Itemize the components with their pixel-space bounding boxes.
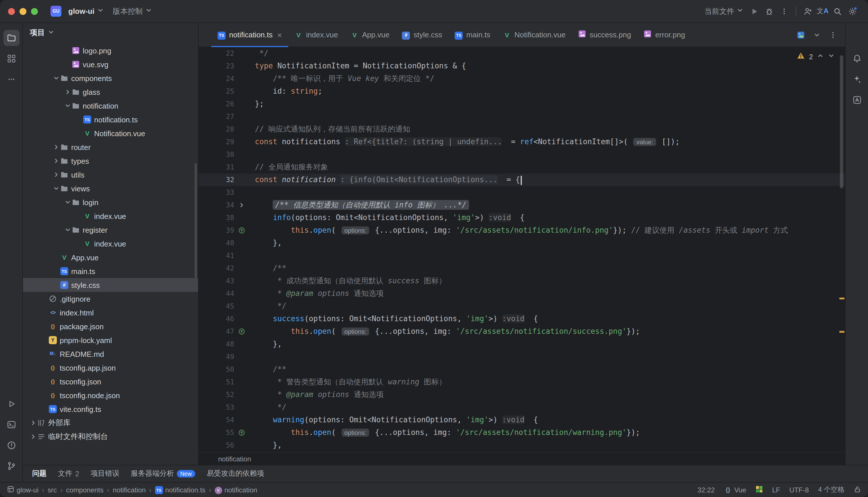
breadcrumb-item[interactable]: components <box>66 486 104 494</box>
code-line[interactable]: 47 this.open( options: {...options, img:… <box>198 325 845 338</box>
chevron-right-icon[interactable] <box>29 433 37 440</box>
status-widget[interactable]: 4 个空格 <box>818 485 844 495</box>
notifications-bell-icon[interactable] <box>849 51 865 67</box>
editor-breadcrumbs[interactable]: notification <box>198 452 845 465</box>
chevron-right-icon[interactable] <box>52 144 60 151</box>
code-line[interactable]: 24 /** 唯一标识，用于 Vue key 和关闭定位 */ <box>198 72 845 85</box>
code-line[interactable]: 46 success(options: Omit<NotificationOpt… <box>198 313 845 325</box>
ai-assistant-icon[interactable] <box>849 71 865 87</box>
code-line[interactable]: 50 /** <box>198 363 845 376</box>
project-panel-header[interactable]: 项目 <box>23 23 198 43</box>
code-line[interactable]: 25 id: string; <box>198 85 845 98</box>
more-vertical-icon[interactable] <box>825 27 840 42</box>
fold-icon[interactable] <box>234 199 249 211</box>
code-line[interactable]: 53 */ <box>198 401 845 414</box>
structure-icon[interactable] <box>3 51 19 67</box>
code-line[interactable]: 33 <box>198 186 845 199</box>
translation-panel-icon[interactable] <box>849 92 865 108</box>
code-line[interactable]: 22 */ <box>198 47 845 60</box>
tree-item[interactable]: VNotification.vue <box>23 126 198 140</box>
minimize-window-button[interactable] <box>19 8 26 15</box>
code-line[interactable]: 54 warning(options: Omit<NotificationOpt… <box>198 414 845 426</box>
run-configuration-selector[interactable]: 当前文件 <box>702 4 746 18</box>
status-widget[interactable]: LF <box>772 486 780 494</box>
tree-item[interactable]: router <box>23 140 198 154</box>
tree-item[interactable]: TSnotification.ts <box>23 113 198 126</box>
chevron-down-icon[interactable] <box>63 199 72 206</box>
code-line[interactable]: 26}; <box>198 98 845 110</box>
translate-icon[interactable]: 文A <box>815 4 830 19</box>
editor-tab[interactable]: VApp.vue <box>344 23 396 46</box>
image-preview-icon[interactable] <box>793 27 808 42</box>
zoom-window-button[interactable] <box>31 8 38 15</box>
project-widget[interactable]: glow-ui <box>66 5 106 17</box>
code-line[interactable]: 29const notifications : Ref<{title?: (st… <box>198 136 845 148</box>
problems-tab[interactable]: 服务器端分析New <box>131 469 195 479</box>
tree-item[interactable]: logo.png <box>23 44 198 57</box>
tree-item[interactable]: login <box>23 195 198 209</box>
tree-item[interactable]: components <box>23 71 198 85</box>
method-marker-icon[interactable] <box>234 224 249 237</box>
chevron-down-icon[interactable] <box>52 75 60 82</box>
project-icon[interactable] <box>3 30 19 46</box>
breadcrumb-item[interactable]: TSnotification.ts <box>155 485 206 494</box>
code-line[interactable]: 38 info(options: Omit<NotificationOption… <box>198 211 845 224</box>
chevron-right-icon[interactable] <box>52 157 60 164</box>
prev-problem-icon[interactable] <box>817 52 824 61</box>
breadcrumb-item[interactable]: notification <box>113 486 146 494</box>
chevron-right-icon[interactable] <box>63 88 72 95</box>
code-line[interactable]: 56 }, <box>198 439 845 452</box>
editor-body[interactable]: 22 */23type NotificationItem = Notificat… <box>198 47 845 452</box>
tree-item[interactable]: utils <box>23 168 198 182</box>
editor-tab[interactable]: TSmain.ts <box>448 23 497 46</box>
editor-tab[interactable]: TSnotification.ts× <box>211 23 288 46</box>
editor-scrollbar[interactable] <box>840 55 843 188</box>
method-marker-icon[interactable] <box>234 325 249 338</box>
tree-item[interactable]: notification <box>23 99 198 113</box>
editor-tab[interactable]: success.png <box>572 23 637 46</box>
project-tree-scrollbar[interactable] <box>195 163 197 278</box>
tree-item[interactable]: M↓README.md <box>23 347 198 361</box>
code-line[interactable]: 43 * 成功类型通知（自动使用默认 success 图标） <box>198 275 845 287</box>
problems-tab[interactable]: 文件2 <box>58 469 79 479</box>
code-line[interactable]: 32const notification : {info(Omit<Notifi… <box>198 173 845 186</box>
problems-title[interactable]: 问题 <box>32 469 46 479</box>
editor-tab[interactable]: VNotification.vue <box>497 23 572 46</box>
method-marker-icon[interactable] <box>234 426 249 439</box>
vcs-widget[interactable]: 版本控制 <box>111 4 154 18</box>
more-vertical-icon[interactable] <box>777 4 792 19</box>
code-line[interactable]: 27 <box>198 110 845 123</box>
tree-item[interactable]: TSvite.config.ts <box>23 402 198 416</box>
close-window-button[interactable] <box>8 8 15 15</box>
add-user-icon[interactable] <box>800 4 815 19</box>
tree-item[interactable]: 外部库 <box>23 416 198 430</box>
status-widget[interactable]: UTF-8 <box>789 486 809 494</box>
breadcrumb-item[interactable]: src <box>48 486 57 494</box>
more-horizontal-icon[interactable] <box>3 71 19 87</box>
tree-item[interactable]: types <box>23 154 198 168</box>
status-widget[interactable] <box>755 485 763 494</box>
code-line[interactable]: 51 * 警告类型通知（自动使用默认 warning 图标） <box>198 376 845 388</box>
tree-item[interactable]: vue.svg <box>23 57 198 71</box>
run-circle-icon[interactable] <box>3 396 19 412</box>
problems-tab[interactable]: 易受攻击的依赖项 <box>207 469 264 479</box>
code-line[interactable]: 45 */ <box>198 300 845 313</box>
tree-item[interactable]: {}tsconfig.node.json <box>23 388 198 402</box>
problems-icon[interactable] <box>3 437 19 453</box>
tree-item[interactable]: #style.css <box>23 278 198 292</box>
code-line[interactable]: 23type NotificationItem = NotificationOp… <box>198 60 845 72</box>
chevron-down-icon[interactable] <box>48 28 55 37</box>
close-tab-icon[interactable]: × <box>277 31 282 39</box>
tree-item[interactable]: TSmain.ts <box>23 264 198 278</box>
tree-item[interactable]: Vindex.vue <box>23 209 198 223</box>
warning-stripe-mark[interactable] <box>839 298 844 299</box>
code-line[interactable]: 40 }, <box>198 237 845 250</box>
tree-item[interactable]: 临时文件和控制台 <box>23 430 198 443</box>
status-widget[interactable]: 32:22 <box>697 486 715 494</box>
tree-item[interactable]: views <box>23 182 198 195</box>
code-line[interactable]: 28// 响应式通知队列，存储当前所有活跃的通知 <box>198 123 845 136</box>
editor-tab[interactable]: Vindex.vue <box>288 23 344 46</box>
tree-item[interactable]: {}package.json <box>23 320 198 333</box>
code-line[interactable]: 55 this.open( options: {...options, img:… <box>198 426 845 439</box>
settings-icon[interactable] <box>845 4 860 19</box>
